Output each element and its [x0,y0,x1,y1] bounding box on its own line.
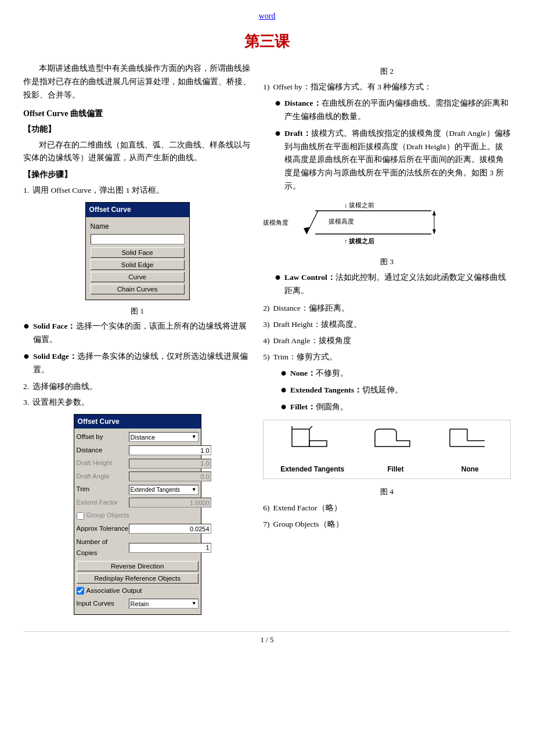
assoc-output-checkbox[interactable] [77,587,84,595]
num-items-container: 2)Distance：偏移距离。3)Draft Height：拔模高度。4)Dr… [263,301,511,365]
offset-by-arrow: ▼ [192,433,197,441]
trim-sub-bullets: ● None：不修剪。 ● Extended Tangents：切线延伸。 ● … [263,367,511,414]
extended-label: Extended Tangents [280,463,344,476]
dialog2: Offset Curve Offset by Distance ▼ Distan… [74,414,201,615]
bullet2: ● Solid Edge：选择一条实体的边缘线，仅对所选边缘线进展偏置。 [23,350,251,377]
dialog1-title: Offset Curve [86,203,189,217]
fillet-bold: Fillet： [290,402,316,411]
redisplay-reference-btn[interactable]: Redisplay Reference Objects [77,573,199,584]
dialog2-draft-height-row: Draft Height [74,458,201,469]
offset-by-select[interactable]: Distance ▼ [129,432,199,442]
step3-text: 设置相关参数。 [33,396,89,409]
trim-label: Trim [77,484,129,495]
law-bold: Law Control： [284,273,335,282]
right-num-item2-0: 6)Extend Factor（略） [263,501,511,515]
offset-by-label: Offset by [77,431,129,443]
svg-marker-5 [432,211,436,215]
trim-none-text: None：不修剪。 [290,367,511,380]
right-bullet-distance-dot: ● [275,97,281,110]
dialog1-curve-btn[interactable]: Curve [91,272,185,282]
dialog1-solid-face-btn[interactable]: Solid Face [91,247,185,258]
num-items2-container: 6)Extend Factor（略）7)Group Objects（略） [263,501,511,532]
bullet1-text: Solid Face：选择一个实体的面，该面上所有的边缘线将进展偏置。 [33,320,251,347]
fillet-extended-item: Extended Tangents [280,426,344,476]
trim-fillet-text: Fillet：倒圆角。 [290,401,511,414]
fig2-caption: 图 2 [263,64,511,78]
dialog1-name-input[interactable] [91,234,185,244]
bullet1: ● Solid Face：选择一个实体的面，该面上所有的边缘线将进展偏置。 [23,320,251,347]
approx-tol-input[interactable] [129,524,211,534]
assoc-output-label: Associative Output [86,585,142,597]
extend-factor-input[interactable] [129,498,211,507]
dialog2-group-objects-row: Group Objects [74,510,201,521]
func-title: 【功能】 [23,123,251,136]
page-footer: 1 / 5 [23,631,511,645]
fillet-label: Fillet [372,463,418,476]
right-bullet-law: ● Law Control：法如此控制。通过定义法如此函数定义偏移曲线距离。 [275,271,511,298]
input-curves-select[interactable]: Retain ▼ [129,599,199,609]
right-item1-content: Offset by：指定偏移方式。有 3 种偏移方式： [273,80,432,94]
dialog1-chain-curves-btn[interactable]: Chain Curves [91,284,185,294]
right-item1-text: 1) Offset by：指定偏移方式。有 3 种偏移方式： [263,80,511,94]
fillet-text: 倒圆角。 [316,402,348,411]
trim-fillet: ● Fillet：倒圆角。 [280,401,511,414]
distance-input[interactable] [129,445,211,455]
input-curves-value: Retain [131,599,149,610]
draft-text: 拔模方式。将曲线按指定的拔模角度（Draft Angle）偏移到与曲线所在平面相… [284,129,511,191]
fillet-diagram: Extended Tangents Fillet [263,420,511,480]
steps-title: 【操作步骤】 [23,168,251,182]
dialog1-solid-edge-btn[interactable]: Solid Edge [91,260,185,270]
group-objects-checkbox[interactable] [77,512,84,520]
extended-text: 切线延伸。 [362,386,403,394]
input-curves-arrow: ▼ [192,599,197,608]
right-column: 图 2 1) Offset by：指定偏移方式。有 3 种偏移方式： ● Dis… [257,62,511,620]
right-bullet-law-text: Law Control：法如此控制。通过定义法如此函数定义偏移曲线距离。 [284,271,511,298]
step1-num: 1. [23,184,29,197]
num-copies-input[interactable] [129,543,211,553]
right-num-item-2: 4)Draft Angle：拔模角度 [263,334,511,348]
right-num-item2-1: 7)Group Objects（略） [263,517,511,531]
func-text: 对已存在的二维曲线（如直线、弧、二次曲线、样条线以与实体的边缘线等）进展偏置，从… [23,139,251,165]
right-bullet-distance-text: Distance：在曲线所在的平面内偏移曲线。需指定偏移的距离和产生偏移曲线的数… [284,97,511,124]
reverse-direction-btn[interactable]: Reverse Direction [77,561,199,571]
right-item1-num: 1) [263,80,269,94]
left-column: 本期讲述曲线造型中有关曲线操作方面的内容，所谓曲线操作是指对已存在的曲线进展几何… [23,62,257,620]
draft-height-input[interactable] [129,459,211,469]
trim-select[interactable]: Extended Tangents ▼ [129,485,199,495]
page-title: 第三课 [23,31,511,52]
right-bullet-draft: ● Draft：拔模方式。将曲线按指定的拔模角度（Draft Angle）偏移到… [275,127,511,194]
dialog1-body: Name Solid Face Solid Edge Curve Chain C… [86,217,189,300]
draft-svg: 拔模角度 ↓ 拔模之前 拔模高度 ↑ 拔模之后 [263,198,449,249]
dialog2-title: Offset Curve [74,415,201,429]
trim-none-dot: ● [280,367,287,380]
fig1-caption: 图 1 [23,305,251,318]
step1-item: 1. 调用 Offset Curve，弹出图 1 对话框。 [23,184,251,197]
right-bullet-distance: ● Distance：在曲线所在的平面内偏移曲线。需指定偏移的距离和产生偏移曲线… [275,97,511,124]
dialog2-offset-by-row: Offset by Distance ▼ [74,431,201,443]
svg-text:拔模高度: 拔模高度 [329,218,354,225]
trim-arrow: ▼ [192,485,197,494]
none-bold: None： [290,369,316,377]
intro-text: 本期讲述曲线造型中有关曲线操作方面的内容，所谓曲线操作是指对已存在的曲线进展几何… [23,62,251,102]
draft-angle-input[interactable] [129,471,211,481]
dialog1-name-label: Name [91,221,185,232]
header-link[interactable]: word [259,12,276,20]
fig3-caption: 图 3 [263,255,511,268]
step2-item: 2. 选择偏移的曲线。 [23,380,251,394]
draft-angle-label: Draft Angle [77,471,129,483]
draft-height-label: Draft Height [77,458,129,469]
right-num-item-1: 3)Draft Height：拔模高度。 [263,318,511,332]
step3-num: 3. [23,396,29,409]
page-header: word [23,12,511,21]
draft-diagram: 拔模角度 ↓ 拔模之前 拔模高度 ↑ 拔模之后 [263,198,511,250]
right-num-item-0: 2)Distance：偏移距离。 [263,301,511,315]
num-copies-label: Number of Copies [77,537,129,559]
extended-bold: Extended Tangents： [290,386,362,394]
right-num-item-3: 5)Trim：修剪方式。 [263,350,511,364]
right-item1: 1) Offset by：指定偏移方式。有 3 种偏移方式： ● Distanc… [263,80,511,193]
svg-text:↑ 拔模之后: ↑ 拔模之后 [344,237,374,244]
approx-tol-label: Approx Tolerance [77,523,129,535]
extend-factor-label: Extend Factor [77,497,129,509]
right-bullet-draft-dot: ● [275,127,281,140]
svg-line-2 [306,211,318,234]
